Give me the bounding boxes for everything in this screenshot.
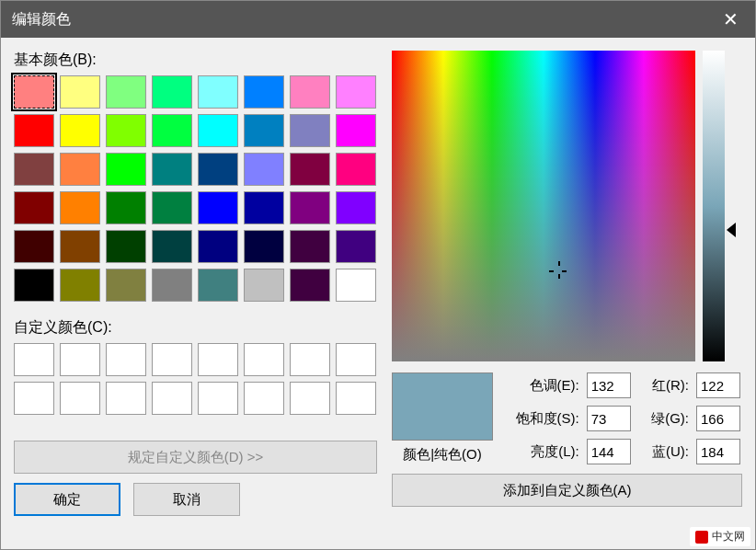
color-info: 颜色|纯色(O) 色调(E): 红(R): 饱和度(S): 绿(G): 亮度(L… xyxy=(392,372,742,464)
color-dialog: 编辑颜色 ✕ 基本颜色(B): 自定义颜色(C): 规定自定义颜色(D) >> … xyxy=(0,0,756,550)
basic-color-swatch[interactable] xyxy=(336,75,376,109)
custom-color-swatch[interactable] xyxy=(244,343,284,376)
add-custom-button[interactable]: 添加到自定义颜色(A) xyxy=(392,474,742,507)
custom-color-swatch[interactable] xyxy=(336,343,376,376)
green-label: 绿(G): xyxy=(640,410,689,428)
custom-color-swatch[interactable] xyxy=(152,343,192,376)
red-label: 红(R): xyxy=(640,377,689,395)
custom-color-swatch[interactable] xyxy=(336,382,376,415)
basic-colors-grid xyxy=(14,75,377,302)
basic-color-swatch[interactable] xyxy=(198,191,238,224)
basic-color-swatch[interactable] xyxy=(244,230,284,263)
custom-color-swatch[interactable] xyxy=(106,382,146,415)
basic-color-swatch[interactable] xyxy=(60,191,100,224)
preview-column: 颜色|纯色(O) xyxy=(392,372,493,464)
custom-color-swatch[interactable] xyxy=(60,343,100,376)
window-title: 编辑颜色 xyxy=(12,10,71,29)
basic-color-swatch[interactable] xyxy=(152,191,192,224)
basic-color-swatch[interactable] xyxy=(60,269,100,302)
color-preview xyxy=(392,372,493,441)
basic-color-swatch[interactable] xyxy=(244,191,284,224)
custom-color-swatch[interactable] xyxy=(106,343,146,376)
lightness-column xyxy=(703,51,736,361)
basic-color-swatch[interactable] xyxy=(14,269,54,302)
custom-color-swatch[interactable] xyxy=(198,343,238,376)
basic-color-swatch[interactable] xyxy=(152,75,192,109)
basic-color-swatch[interactable] xyxy=(198,114,238,147)
hue-label: 色调(E): xyxy=(504,377,579,395)
dialog-buttons: 确定 取消 xyxy=(14,483,377,516)
basic-color-swatch[interactable] xyxy=(152,114,192,147)
lum-label: 亮度(L): xyxy=(504,443,579,461)
custom-color-swatch[interactable] xyxy=(60,382,100,415)
basic-color-swatch[interactable] xyxy=(290,75,330,109)
basic-color-swatch[interactable] xyxy=(60,230,100,263)
basic-color-swatch[interactable] xyxy=(290,191,330,224)
lightness-slider[interactable] xyxy=(703,51,725,361)
basic-color-swatch[interactable] xyxy=(290,153,330,186)
basic-color-swatch[interactable] xyxy=(152,153,192,186)
basic-color-swatch[interactable] xyxy=(106,153,146,186)
basic-color-swatch[interactable] xyxy=(60,114,100,147)
basic-color-swatch[interactable] xyxy=(106,75,146,109)
basic-color-swatch[interactable] xyxy=(14,191,54,224)
watermark-text: 中文网 xyxy=(712,529,745,544)
custom-color-swatch[interactable] xyxy=(152,382,192,415)
basic-color-swatch[interactable] xyxy=(336,114,376,147)
basic-color-swatch[interactable] xyxy=(198,230,238,263)
custom-color-swatch[interactable] xyxy=(14,343,54,376)
dialog-content: 基本颜色(B): 自定义颜色(C): 规定自定义颜色(D) >> 确定 取消 xyxy=(1,38,755,549)
picker-area xyxy=(392,51,742,361)
basic-color-swatch[interactable] xyxy=(244,75,284,109)
custom-color-swatch[interactable] xyxy=(198,382,238,415)
basic-color-swatch[interactable] xyxy=(14,75,54,109)
basic-color-swatch[interactable] xyxy=(106,191,146,224)
basic-color-swatch[interactable] xyxy=(106,114,146,147)
basic-color-swatch[interactable] xyxy=(290,114,330,147)
green-input[interactable] xyxy=(696,406,740,431)
basic-color-swatch[interactable] xyxy=(14,230,54,263)
blue-input[interactable] xyxy=(696,439,740,464)
red-input[interactable] xyxy=(696,372,740,398)
basic-color-swatch[interactable] xyxy=(198,75,238,109)
arrow-left-icon[interactable] xyxy=(727,223,736,237)
basic-color-swatch[interactable] xyxy=(244,114,284,147)
hue-input[interactable] xyxy=(587,372,631,398)
php-logo-icon xyxy=(695,531,708,544)
basic-color-swatch[interactable] xyxy=(244,153,284,186)
basic-color-swatch[interactable] xyxy=(60,75,100,109)
define-custom-button[interactable]: 规定自定义颜色(D) >> xyxy=(14,441,377,474)
sat-input[interactable] xyxy=(587,406,631,431)
basic-color-swatch[interactable] xyxy=(336,153,376,186)
lum-input[interactable] xyxy=(587,439,631,464)
basic-color-swatch[interactable] xyxy=(198,153,238,186)
basic-color-swatch[interactable] xyxy=(290,269,330,302)
basic-colors-label: 基本颜色(B): xyxy=(14,51,377,70)
close-icon[interactable]: ✕ xyxy=(716,8,744,30)
custom-color-swatch[interactable] xyxy=(290,382,330,415)
cancel-button[interactable]: 取消 xyxy=(133,483,240,516)
custom-color-swatch[interactable] xyxy=(244,382,284,415)
custom-color-swatch[interactable] xyxy=(14,382,54,415)
basic-color-swatch[interactable] xyxy=(14,114,54,147)
blue-label: 蓝(U): xyxy=(640,443,689,461)
titlebar: 编辑颜色 ✕ xyxy=(1,1,755,38)
color-solid-label: 颜色|纯色(O) xyxy=(392,446,493,464)
basic-color-swatch[interactable] xyxy=(336,269,376,302)
ok-button[interactable]: 确定 xyxy=(14,483,120,516)
basic-color-swatch[interactable] xyxy=(106,269,146,302)
custom-colors-grid xyxy=(14,343,377,415)
basic-color-swatch[interactable] xyxy=(152,230,192,263)
watermark: 中文网 xyxy=(690,527,750,546)
hue-saturation-picker[interactable] xyxy=(392,51,695,361)
basic-color-swatch[interactable] xyxy=(60,153,100,186)
basic-color-swatch[interactable] xyxy=(336,191,376,224)
basic-color-swatch[interactable] xyxy=(244,269,284,302)
basic-color-swatch[interactable] xyxy=(336,230,376,263)
basic-color-swatch[interactable] xyxy=(106,230,146,263)
basic-color-swatch[interactable] xyxy=(290,230,330,263)
basic-color-swatch[interactable] xyxy=(14,153,54,186)
custom-color-swatch[interactable] xyxy=(290,343,330,376)
basic-color-swatch[interactable] xyxy=(198,269,238,302)
basic-color-swatch[interactable] xyxy=(152,269,192,302)
